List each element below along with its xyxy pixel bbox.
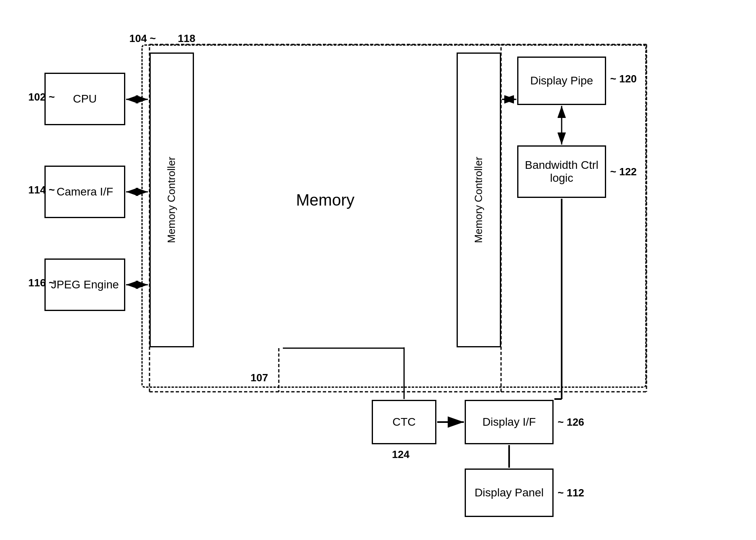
camera-box: Camera I/F bbox=[44, 166, 125, 218]
display-if-box: Display I/F bbox=[465, 400, 554, 444]
memory-controller-left: Memory Controller bbox=[150, 53, 194, 347]
memory-label: Memory bbox=[194, 53, 457, 347]
ref-102: 102 ~ bbox=[28, 91, 55, 103]
ref-122: ~ 122 bbox=[610, 166, 637, 178]
ref-124: 124 bbox=[392, 448, 409, 461]
bandwidth-ctrl-label: Bandwidth Ctrl logic bbox=[518, 159, 605, 185]
ref-126: ~ 126 bbox=[558, 416, 584, 429]
cpu-box: CPU bbox=[44, 73, 125, 125]
ctc-label: CTC bbox=[392, 416, 416, 429]
jpeg-label: JPEG Engine bbox=[51, 278, 119, 291]
display-pipe-box: Display Pipe bbox=[517, 57, 606, 105]
display-panel-label: Display Panel bbox=[474, 486, 543, 499]
camera-label: Camera I/F bbox=[57, 185, 113, 198]
memory-controller-right: Memory Controller bbox=[457, 53, 501, 347]
ctc-box: CTC bbox=[372, 400, 436, 444]
ref-107: 107 bbox=[251, 372, 268, 384]
bandwidth-ctrl-box: Bandwidth Ctrl logic bbox=[517, 145, 606, 198]
display-pipe-label: Display Pipe bbox=[530, 74, 593, 87]
mc-left-label: Memory Controller bbox=[165, 157, 179, 243]
ref-118: 118 bbox=[178, 32, 195, 45]
diagram-container: CPU Camera I/F JPEG Engine Memory Contro… bbox=[20, 20, 736, 520]
ref-116: 116 ~ bbox=[28, 277, 55, 289]
display-panel-box: Display Panel bbox=[465, 469, 554, 517]
jpeg-box: JPEG Engine bbox=[44, 258, 125, 311]
ref-114: 114 ~ bbox=[28, 184, 55, 196]
mc-right-label: Memory Controller bbox=[472, 157, 486, 243]
ref-120: ~ 120 bbox=[610, 73, 637, 85]
ref-104: 104 ~ bbox=[129, 32, 156, 45]
ref-112: ~ 112 bbox=[558, 487, 584, 499]
cpu-label: CPU bbox=[73, 92, 97, 105]
display-if-label: Display I/F bbox=[482, 416, 536, 429]
